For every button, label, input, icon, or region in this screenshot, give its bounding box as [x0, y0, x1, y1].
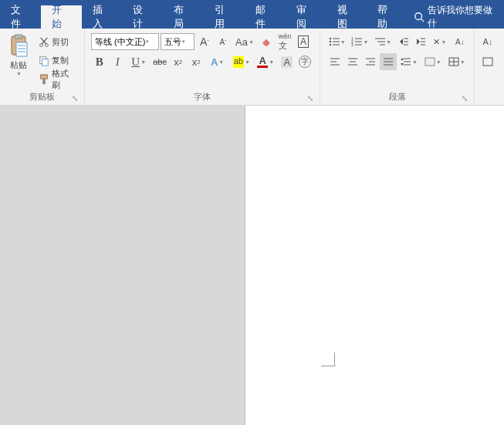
- bold-button[interactable]: B: [91, 53, 108, 70]
- justify-button[interactable]: [380, 53, 396, 70]
- cut-label: 剪切: [52, 36, 69, 48]
- font-group-label: 字体 ⤡: [88, 91, 316, 105]
- scissors-icon: [39, 37, 49, 48]
- svg-rect-13: [42, 59, 48, 66]
- svg-point-8: [40, 43, 43, 46]
- chevron-down-icon: ▼: [16, 71, 22, 76]
- svg-marker-35: [417, 39, 420, 45]
- outside-page-area: [0, 106, 245, 425]
- asian-layout-button[interactable]: ✕▼: [429, 33, 451, 50]
- text-effects-button[interactable]: A▼: [206, 53, 228, 70]
- margin-corner-mark: [321, 352, 335, 366]
- font-dialog-launcher[interactable]: ⤡: [306, 94, 315, 103]
- increase-indent-button[interactable]: [412, 33, 428, 50]
- change-case-button[interactable]: Aa▼: [233, 33, 256, 50]
- styles-button[interactable]: [479, 53, 496, 70]
- svg-rect-56: [425, 58, 435, 66]
- subscript-button[interactable]: x2: [170, 53, 187, 70]
- sort-button[interactable]: A↓: [452, 33, 468, 50]
- shading-button[interactable]: ▼: [421, 53, 444, 70]
- align-center-button[interactable]: [344, 53, 360, 70]
- tell-me-search[interactable]: 告诉我你想要做什: [408, 4, 504, 30]
- svg-point-18: [330, 41, 331, 42]
- numbering-button[interactable]: 123▼: [350, 33, 371, 50]
- svg-rect-15: [42, 79, 46, 84]
- group-styles-partial: A↓: [475, 29, 501, 105]
- svg-rect-4: [16, 42, 27, 56]
- clipboard-dialog-launcher[interactable]: ⤡: [70, 94, 79, 103]
- line-spacing-button[interactable]: ▼: [398, 53, 421, 70]
- cut-button[interactable]: 剪切: [36, 34, 79, 51]
- tell-me-label: 告诉我你想要做什: [428, 4, 498, 30]
- svg-point-9: [46, 43, 49, 46]
- bullets-button[interactable]: ▼: [326, 33, 348, 50]
- svg-rect-14: [41, 74, 48, 78]
- underline-button[interactable]: U▼: [127, 53, 150, 70]
- svg-rect-3: [15, 35, 22, 39]
- paragraph-dialog-launcher[interactable]: ⤡: [460, 94, 469, 103]
- document-area: [0, 106, 504, 425]
- svg-point-0: [415, 13, 422, 20]
- format-painter-button[interactable]: 格式刷: [36, 71, 79, 88]
- tab-home[interactable]: 开始: [41, 5, 82, 29]
- group-font: 等线 (中文正)▾ 五号▾ Aˆ Aˇ Aa▼ ◆ wén文 A B I U▼ …: [85, 29, 320, 105]
- align-left-button[interactable]: [326, 53, 343, 70]
- shrink-font-button[interactable]: Aˇ: [215, 33, 232, 50]
- format-painter-label: 格式刷: [52, 68, 76, 91]
- paste-label: 粘贴: [10, 59, 27, 71]
- enclose-characters-button[interactable]: 字: [296, 53, 313, 70]
- font-size-combo[interactable]: 五号▾: [161, 33, 194, 50]
- phonetic-guide-button[interactable]: wén文: [276, 33, 293, 50]
- clear-formatting-button[interactable]: ◆: [258, 33, 275, 50]
- strikethrough-button[interactable]: abc: [151, 53, 168, 70]
- clipboard-group-label: 剪贴板 ⤡: [3, 91, 81, 105]
- group-paragraph: ▼ 123▼ ▼ ✕▼ A↓ ▼ ▼ ▼ 段落 ⤡: [320, 29, 475, 105]
- character-shading-button[interactable]: A: [279, 53, 296, 70]
- copy-icon: [39, 56, 49, 66]
- decrease-indent-button[interactable]: [395, 33, 411, 50]
- tab-references[interactable]: 引用: [204, 5, 245, 29]
- tabs-bar: 文件 开始 插入 设计 布局 引用 邮件 审阅 视图 帮助 告诉我你想要做什: [0, 5, 504, 29]
- tab-help[interactable]: 帮助: [367, 5, 408, 29]
- svg-marker-54: [401, 58, 404, 60]
- ribbon: 粘贴 ▼ 剪切 复制 格式刷 剪贴板 ⤡: [0, 29, 504, 106]
- paragraph-group-label: 段落 ⤡: [323, 91, 471, 105]
- search-icon: [414, 12, 425, 22]
- brush-icon: [39, 74, 49, 85]
- tab-insert[interactable]: 插入: [82, 5, 123, 29]
- show-formatting-button[interactable]: A↓: [479, 33, 496, 50]
- svg-line-1: [421, 19, 425, 22]
- svg-marker-31: [400, 39, 403, 45]
- font-color-button[interactable]: A▼: [255, 53, 277, 70]
- italic-button[interactable]: I: [110, 53, 127, 70]
- tab-design[interactable]: 设计: [122, 5, 163, 29]
- svg-marker-55: [401, 63, 404, 66]
- superscript-button[interactable]: x2: [188, 53, 205, 70]
- copy-label: 复制: [52, 55, 69, 66]
- paste-icon: [8, 33, 29, 58]
- svg-rect-60: [483, 58, 492, 66]
- copy-button[interactable]: 复制: [36, 52, 79, 69]
- tab-file[interactable]: 文件: [0, 5, 41, 29]
- multilevel-list-button[interactable]: ▼: [372, 33, 394, 50]
- svg-text:3: 3: [351, 42, 353, 46]
- highlight-button[interactable]: ab▼: [230, 53, 252, 70]
- svg-point-16: [330, 38, 331, 39]
- tab-review[interactable]: 审阅: [286, 5, 326, 29]
- group-clipboard: 粘贴 ▼ 剪切 复制 格式刷 剪贴板 ⤡: [0, 29, 85, 105]
- tab-mailings[interactable]: 邮件: [245, 5, 286, 29]
- tab-view[interactable]: 视图: [326, 5, 367, 29]
- align-right-button[interactable]: [362, 53, 378, 70]
- page-canvas[interactable]: [245, 106, 504, 425]
- svg-point-20: [330, 44, 331, 46]
- grow-font-button[interactable]: Aˆ: [196, 33, 213, 50]
- paste-button[interactable]: 粘贴 ▼: [3, 30, 34, 91]
- font-name-combo[interactable]: 等线 (中文正)▾: [91, 33, 159, 50]
- borders-button[interactable]: ▼: [445, 53, 468, 70]
- character-border-button[interactable]: A: [295, 33, 312, 50]
- tab-layout[interactable]: 布局: [163, 5, 204, 29]
